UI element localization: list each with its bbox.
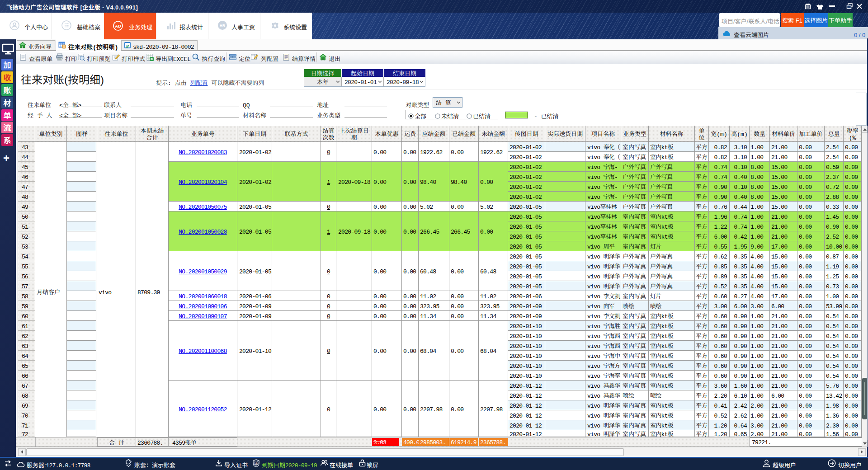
svg-text:HR: HR [220, 24, 225, 28]
svg-text:正: 正 [255, 461, 258, 465]
svg-text:AD: AD [115, 24, 121, 28]
